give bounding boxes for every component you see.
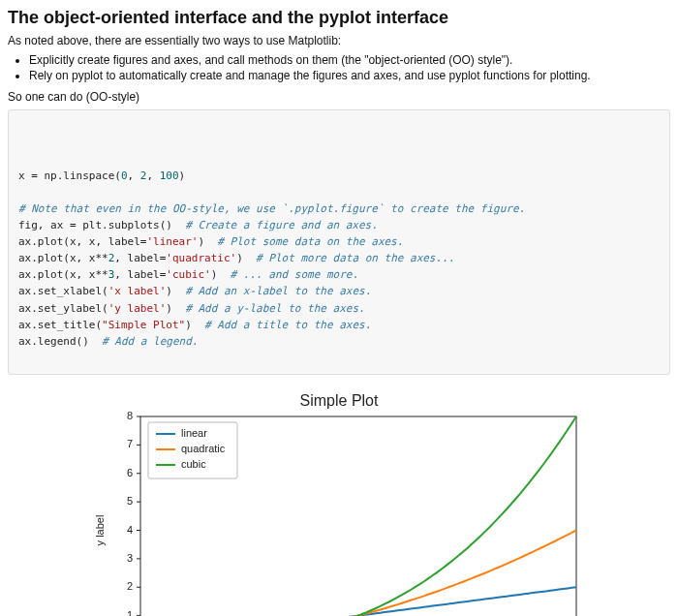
intro-text: As noted above, there are essentially tw… [8, 34, 670, 47]
chart-title: Simple Plot [87, 392, 591, 410]
bullet-item: Rely on pyplot to automatically create a… [29, 69, 670, 82]
legend-label: quadratic [181, 443, 226, 454]
copy-icon[interactable] [650, 114, 665, 130]
y-tick-label: 1 [127, 608, 133, 616]
section-heading: The object-oriented interface and the py… [8, 8, 670, 28]
code-cell: x = np.linspace(0, 2, 100) # Note that e… [8, 109, 670, 375]
series-quadratic [140, 530, 576, 616]
legend-label: cubic [181, 458, 206, 470]
chart-svg: 0.000.250.500.751.001.251.501.752.000123… [87, 412, 591, 616]
y-tick-label: 4 [127, 523, 133, 535]
y-axis-label: y label [94, 514, 106, 545]
y-tick-label: 7 [127, 438, 133, 449]
y-tick-label: 8 [127, 412, 133, 421]
chart-figure: Simple Plot 0.000.250.500.751.001.251.50… [87, 392, 591, 616]
y-tick-label: 2 [127, 580, 133, 592]
series-linear [140, 587, 576, 616]
bullet-list: Explicitly create figures and axes, and … [29, 53, 670, 82]
legend-label: linear [181, 427, 207, 439]
bullet-item: Explicitly create figures and axes, and … [29, 53, 670, 67]
lead-out-text: So one can do (OO-style) [8, 90, 670, 104]
y-tick-label: 5 [127, 495, 133, 507]
y-tick-label: 6 [127, 466, 133, 477]
y-tick-label: 3 [127, 552, 133, 564]
code-content: x = np.linspace(0, 2, 100) # Note that e… [18, 168, 660, 350]
